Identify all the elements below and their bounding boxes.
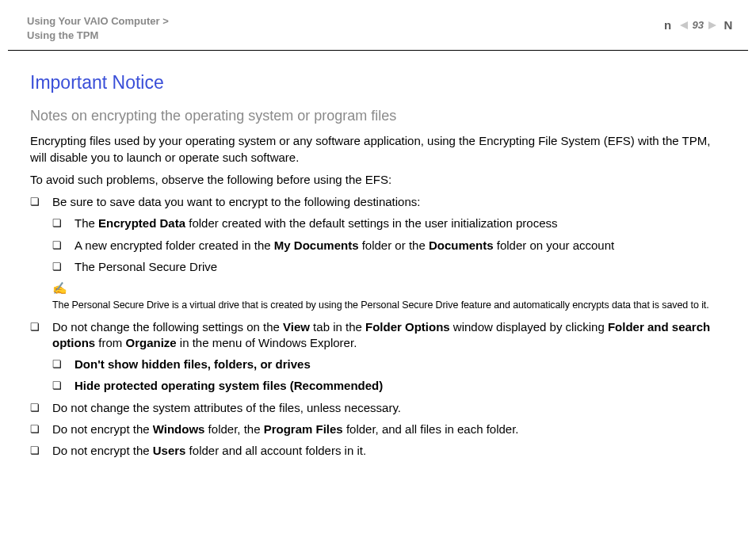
note-text: The Personal Secure Drive is a virtual d… <box>52 299 709 311</box>
list-text: Be sure to save data you want to encrypt… <box>52 195 420 208</box>
page-header: Using Your VAIO Computer > Using the TPM… <box>0 0 756 42</box>
pencil-icon: ✍ <box>52 280 729 296</box>
page-number: 93 <box>693 18 704 32</box>
list-item: Do not change the system attributes of t… <box>30 400 729 416</box>
list-item: Be sure to save data you want to encrypt… <box>30 194 729 210</box>
main-list: Be sure to save data you want to encrypt… <box>30 194 729 459</box>
paragraph-2: To avoid such problems, observe the foll… <box>30 172 729 188</box>
list-item: The Personal Secure Drive <box>52 259 729 275</box>
list-item: A new encrypted folder created in the My… <box>52 238 729 254</box>
breadcrumb-line1: Using Your VAIO Computer > <box>27 14 169 29</box>
page-subtitle: Notes on encrypting the operating system… <box>30 106 729 125</box>
list-item: Do not encrypt the Windows folder, the P… <box>30 421 729 437</box>
prev-page-icon[interactable] <box>680 21 688 29</box>
nav-letter-N: N <box>721 17 735 33</box>
list-item: The Encrypted Data folder created with t… <box>52 216 729 231</box>
next-page-icon[interactable] <box>708 21 716 29</box>
note-block: ✍ The Personal Secure Drive is a virtual… <box>52 280 729 313</box>
paragraph-1: Encrypting files used by your operating … <box>30 133 729 166</box>
page-nav: n 93 N <box>661 17 735 33</box>
breadcrumb: Using Your VAIO Computer > Using the TPM <box>27 14 169 42</box>
list-item: Hide protected operating system files (R… <box>52 378 729 394</box>
content: Important Notice Notes on encrypting the… <box>0 51 756 459</box>
page-title: Important Notice <box>30 71 729 95</box>
list-item: Do not change the following settings on … <box>30 319 729 352</box>
list-item: Do not encrypt the Users folder and all … <box>30 443 729 459</box>
sub-list: Don't show hidden files, folders, or dri… <box>52 357 729 395</box>
nav-letter-n: n <box>661 17 675 33</box>
sub-list: The Encrypted Data folder created with t… <box>52 216 729 275</box>
list-item: Don't show hidden files, folders, or dri… <box>52 357 729 372</box>
breadcrumb-line2: Using the TPM <box>27 29 169 43</box>
